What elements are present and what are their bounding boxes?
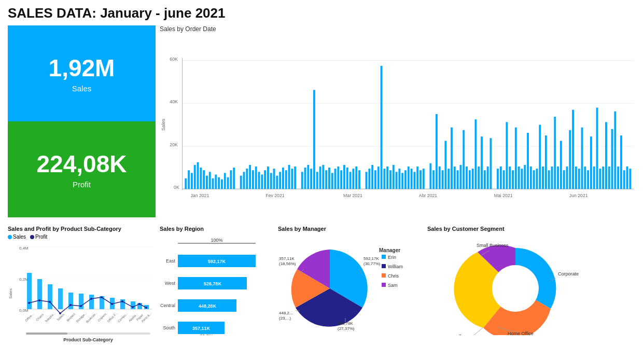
svg-rect-60 [355,167,357,189]
svg-rect-128 [572,110,574,189]
svg-rect-108 [512,170,514,189]
svg-text:100%: 100% [211,238,222,243]
svg-rect-122 [554,117,556,189]
svg-rect-118 [542,167,544,189]
region-title: Sales by Region [160,226,274,232]
svg-rect-59 [352,169,354,189]
svg-rect-225 [382,255,386,259]
svg-rect-143 [617,167,619,189]
subcategory-legend: Sales Profit [8,234,156,240]
svg-rect-84 [436,114,438,189]
svg-rect-97 [475,119,477,189]
svg-text:Erin: Erin [388,255,396,260]
profit-kpi-card: 224,08K Profit [8,121,156,217]
svg-text:(30,77%): (30,77%) [363,261,381,266]
svg-rect-80 [419,170,422,189]
svg-rect-100 [484,170,486,189]
svg-rect-6 [185,178,187,189]
y-tick-60k: 60K [170,56,177,61]
svg-rect-121 [551,167,553,189]
svg-point-178 [132,306,134,308]
svg-point-169 [38,299,40,301]
svg-rect-51 [328,168,330,189]
svg-rect-56 [343,165,345,189]
svg-text:448,28K: 448,28K [199,303,217,309]
svg-rect-119 [545,135,547,189]
svg-rect-86 [442,170,444,189]
svg-rect-18 [221,179,223,189]
svg-rect-77 [411,169,413,189]
svg-point-172 [69,304,72,306]
y-tick-20k: 20K [170,142,177,147]
manager-chart: Sales by Manager 592,17K (30,77%) 357,11… [278,226,423,344]
sales-kpi-card: 1,92M Sales [8,25,156,121]
svg-rect-116 [536,169,538,189]
svg-text:East: East [166,258,176,264]
svg-rect-65 [374,170,376,189]
sales-label: Sales [72,84,92,93]
svg-text:592,17K: 592,17K [208,259,226,264]
profit-value: 224,08K [37,150,127,178]
svg-rect-16 [215,174,217,189]
svg-text:60,3%: 60,3% [200,334,213,335]
svg-text:Telepho...: Telepho... [44,311,56,323]
svg-rect-62 [366,172,368,189]
svg-rect-90 [454,167,456,189]
svg-text:Office F...: Office F... [107,311,118,323]
svg-rect-24 [243,172,245,189]
svg-rect-36 [279,172,281,189]
svg-rect-138 [602,167,604,189]
svg-rect-57 [346,168,348,189]
svg-rect-120 [548,170,550,189]
svg-point-179 [138,303,141,305]
svg-rect-98 [478,167,480,189]
region-chart: Sales by Region 100% East 592,17K West 5… [160,226,274,344]
svg-rect-30 [261,174,263,189]
svg-rect-13 [206,176,208,189]
svg-rect-89 [451,128,453,189]
segment-title: Sales by Customer Segment [427,226,604,232]
svg-rect-109 [515,128,517,189]
svg-rect-112 [524,165,526,189]
svg-text:0,4M: 0,4M [19,246,29,251]
svg-rect-63 [368,169,370,189]
svg-rect-156 [37,279,42,309]
svg-rect-10 [197,162,199,189]
subcategory-svg: 0,4M 0,2M 0,0M Sales [8,242,156,343]
svg-text:Manager: Manager [379,247,400,253]
svg-text:Pens &...: Pens &... [141,312,152,323]
profit-label: Profit [73,180,91,189]
svg-rect-49 [322,165,324,189]
svg-rect-103 [497,169,499,189]
svg-rect-111 [521,169,523,189]
svg-text:Tables: Tables [56,313,65,322]
svg-rect-17 [218,177,220,189]
svg-text:Central: Central [160,303,175,308]
svg-rect-38 [285,170,287,189]
manager-title: Sales by Manager [278,226,423,232]
svg-rect-61 [358,170,360,189]
svg-rect-15 [212,178,214,189]
main-grid: 1,92M Sales 224,08K Profit Sales by Orde… [8,25,636,222]
svg-rect-157 [48,284,52,309]
svg-rect-50 [325,170,327,189]
svg-rect-147 [629,169,631,189]
svg-rect-136 [596,107,598,189]
svg-text:Corporate: Corporate [558,271,579,276]
legend-sales: Sales [8,234,26,240]
svg-rect-14 [209,172,211,189]
manager-svg: 592,17K (30,77%) 357,11K (18,56%) 448,2.… [278,234,423,335]
svg-rect-123 [557,167,559,189]
svg-point-234 [492,265,539,312]
sales-value: 1,92M [49,54,115,82]
svg-rect-47 [316,172,318,189]
svg-rect-95 [469,170,471,189]
svg-point-173 [80,305,82,307]
svg-rect-39 [288,165,290,189]
svg-rect-99 [481,136,483,189]
svg-text:Product Sub-Category: Product Sub-Category [63,337,113,342]
svg-rect-229 [382,273,386,278]
svg-rect-113 [527,133,529,189]
svg-rect-132 [584,167,586,189]
svg-rect-53 [334,169,337,189]
